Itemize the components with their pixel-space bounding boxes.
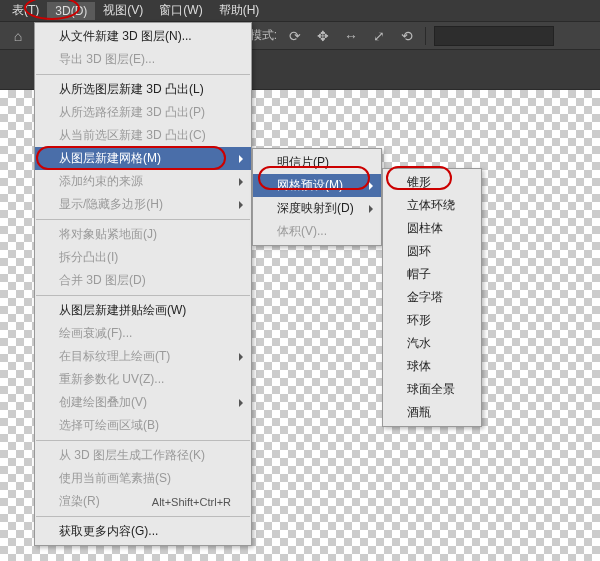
menu-item[interactable]: 环形 bbox=[383, 309, 481, 332]
submenu-arrow-icon bbox=[369, 182, 373, 190]
orbit-icon[interactable]: ⟳ bbox=[285, 26, 305, 46]
submenu-arrow-icon bbox=[239, 178, 243, 186]
menu-item-label: 绘画衰减(F)... bbox=[59, 325, 132, 342]
menu-item[interactable]: 圆柱体 bbox=[383, 217, 481, 240]
menu-item-label: 锥形 bbox=[407, 174, 431, 191]
menu-3d-dropdown: 从文件新建 3D 图层(N)...导出 3D 图层(E)...从所选图层新建 3… bbox=[34, 22, 252, 546]
menu-item: 绘画衰减(F)... bbox=[35, 322, 251, 345]
menu-item-label: 从所选图层新建 3D 凸出(L) bbox=[59, 81, 204, 98]
menu-item-label: 酒瓶 bbox=[407, 404, 431, 421]
menu-item-label: 金字塔 bbox=[407, 289, 443, 306]
menu-item[interactable]: 从图层新建网格(M) bbox=[35, 147, 251, 170]
menu-item-label: 从文件新建 3D 图层(N)... bbox=[59, 28, 192, 45]
menu-item-label: 导出 3D 图层(E)... bbox=[59, 51, 155, 68]
menu-item-label: 选择可绘画区域(B) bbox=[59, 417, 159, 434]
menu-item-label: 环形 bbox=[407, 312, 431, 329]
menu-view[interactable]: 视图(V) bbox=[95, 0, 151, 21]
menu-item-label: 网格预设(M) bbox=[277, 177, 343, 194]
menu-item-label: 球面全景 bbox=[407, 381, 455, 398]
menu-item-label: 帽子 bbox=[407, 266, 431, 283]
menu-item-label: 立体环绕 bbox=[407, 197, 455, 214]
move-icon[interactable]: ↔ bbox=[341, 26, 361, 46]
menu-item-label: 显示/隐藏多边形(H) bbox=[59, 196, 163, 213]
menu-item: 显示/隐藏多边形(H) bbox=[35, 193, 251, 216]
menu-item-label: 球体 bbox=[407, 358, 431, 375]
menu-item-label: 从当前选区新建 3D 凸出(C) bbox=[59, 127, 206, 144]
menu-item[interactable]: 获取更多内容(G)... bbox=[35, 520, 251, 543]
menu-table[interactable]: 表(T) bbox=[4, 0, 47, 21]
submenu-arrow-icon bbox=[239, 201, 243, 209]
menu-item-label: 明信片(P) bbox=[277, 154, 329, 171]
menu-item: 导出 3D 图层(E)... bbox=[35, 48, 251, 71]
menu-help[interactable]: 帮助(H) bbox=[211, 0, 268, 21]
hotkey-label: Alt+Shift+Ctrl+R bbox=[152, 496, 231, 508]
menu-item-label: 深度映射到(D) bbox=[277, 200, 354, 217]
menu-item-label: 圆环 bbox=[407, 243, 431, 260]
submenu-mesh-preset: 锥形立体环绕圆柱体圆环帽子金字塔环形汽水球体球面全景酒瓶 bbox=[382, 168, 482, 427]
menu-item[interactable]: 锥形 bbox=[383, 171, 481, 194]
menu-item-label: 重新参数化 UV(Z)... bbox=[59, 371, 164, 388]
menu-item: 使用当前画笔素描(S) bbox=[35, 467, 251, 490]
menu-item[interactable]: 金字塔 bbox=[383, 286, 481, 309]
menu-item-label: 拆分凸出(I) bbox=[59, 249, 118, 266]
menu-item-label: 合并 3D 图层(D) bbox=[59, 272, 146, 289]
menu-item: 创建绘图叠加(V) bbox=[35, 391, 251, 414]
menu-item-label: 创建绘图叠加(V) bbox=[59, 394, 147, 411]
menu-item[interactable]: 球面全景 bbox=[383, 378, 481, 401]
pan-icon[interactable]: ✥ bbox=[313, 26, 333, 46]
separator bbox=[425, 27, 426, 45]
menu-item: 拆分凸出(I) bbox=[35, 246, 251, 269]
menu-item[interactable]: 深度映射到(D) bbox=[253, 197, 381, 220]
home-icon[interactable]: ⌂ bbox=[8, 26, 28, 46]
menu-item-label: 体积(V)... bbox=[277, 223, 327, 240]
menu-item: 从当前选区新建 3D 凸出(C) bbox=[35, 124, 251, 147]
submenu-arrow-icon bbox=[239, 353, 243, 361]
zoom-icon[interactable]: ⤢ bbox=[369, 26, 389, 46]
submenu-arrow-icon bbox=[239, 155, 243, 163]
menu-item-label: 从图层新建网格(M) bbox=[59, 150, 161, 167]
menu-item-label: 从所选路径新建 3D 凸出(P) bbox=[59, 104, 205, 121]
menu-item[interactable]: 从所选图层新建 3D 凸出(L) bbox=[35, 78, 251, 101]
menu-item-label: 获取更多内容(G)... bbox=[59, 523, 158, 540]
menu-item-label: 添加约束的来源 bbox=[59, 173, 143, 190]
menu-item: 将对象贴紧地面(J) bbox=[35, 223, 251, 246]
menu-item[interactable]: 从图层新建拼贴绘画(W) bbox=[35, 299, 251, 322]
menubar: 表(T) 3D(D) 视图(V) 窗口(W) 帮助(H) bbox=[0, 0, 600, 22]
menu-item: 合并 3D 图层(D) bbox=[35, 269, 251, 292]
menu-item-label: 将对象贴紧地面(J) bbox=[59, 226, 157, 243]
menu-3d[interactable]: 3D(D) bbox=[47, 2, 95, 20]
mode-dropdown[interactable] bbox=[434, 26, 554, 46]
menu-item[interactable]: 帽子 bbox=[383, 263, 481, 286]
menu-item[interactable]: 汽水 bbox=[383, 332, 481, 355]
menu-item: 重新参数化 UV(Z)... bbox=[35, 368, 251, 391]
submenu-arrow-icon bbox=[239, 399, 243, 407]
submenu-new-mesh: 明信片(P)网格预设(M)深度映射到(D)体积(V)... bbox=[252, 148, 382, 246]
rotate-icon[interactable]: ⟲ bbox=[397, 26, 417, 46]
menu-item: 渲染(R)Alt+Shift+Ctrl+R bbox=[35, 490, 251, 513]
menu-item: 体积(V)... bbox=[253, 220, 381, 243]
menu-item: 选择可绘画区域(B) bbox=[35, 414, 251, 437]
menu-item[interactable]: 从文件新建 3D 图层(N)... bbox=[35, 25, 251, 48]
menu-item-label: 圆柱体 bbox=[407, 220, 443, 237]
menu-item[interactable]: 立体环绕 bbox=[383, 194, 481, 217]
menu-item-label: 渲染(R) bbox=[59, 493, 100, 510]
menu-item-label: 在目标纹理上绘画(T) bbox=[59, 348, 170, 365]
menu-item[interactable]: 球体 bbox=[383, 355, 481, 378]
menu-item-label: 从图层新建拼贴绘画(W) bbox=[59, 302, 186, 319]
menu-item-label: 汽水 bbox=[407, 335, 431, 352]
menu-item-label: 使用当前画笔素描(S) bbox=[59, 470, 171, 487]
submenu-arrow-icon bbox=[369, 205, 373, 213]
menu-item: 在目标纹理上绘画(T) bbox=[35, 345, 251, 368]
menu-item[interactable]: 酒瓶 bbox=[383, 401, 481, 424]
menu-item: 添加约束的来源 bbox=[35, 170, 251, 193]
menu-item: 从 3D 图层生成工作路径(K) bbox=[35, 444, 251, 467]
menu-item[interactable]: 网格预设(M) bbox=[253, 174, 381, 197]
menu-window[interactable]: 窗口(W) bbox=[151, 0, 210, 21]
menu-item[interactable]: 圆环 bbox=[383, 240, 481, 263]
menu-item[interactable]: 明信片(P) bbox=[253, 151, 381, 174]
menu-item: 从所选路径新建 3D 凸出(P) bbox=[35, 101, 251, 124]
menu-item-label: 从 3D 图层生成工作路径(K) bbox=[59, 447, 205, 464]
